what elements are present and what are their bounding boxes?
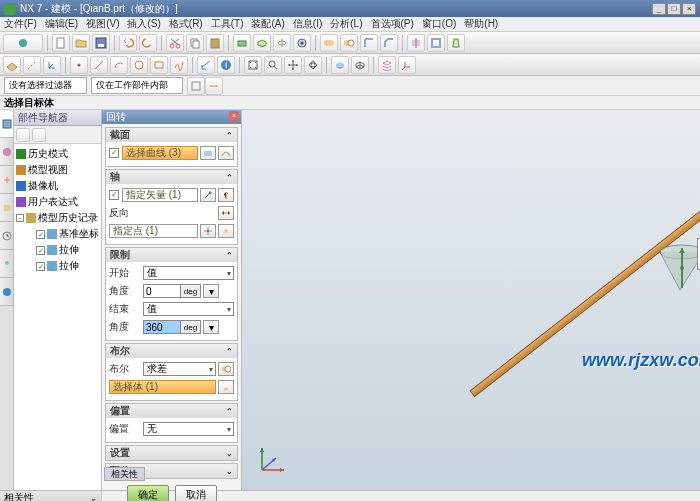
menu-prefs[interactable]: 首选项(P) — [371, 17, 414, 31]
ok-button[interactable]: 确定 — [127, 485, 169, 501]
limits-header[interactable]: 限制⌃ — [106, 248, 237, 262]
menu-file[interactable]: 文件(F) — [4, 17, 37, 31]
undo-icon[interactable] — [119, 34, 137, 52]
menu-assembly[interactable]: 装配(A) — [251, 17, 284, 31]
section-header[interactable]: 截面⌃ — [106, 128, 237, 142]
menu-analysis[interactable]: 分析(L) — [330, 17, 362, 31]
reverse-icon[interactable] — [218, 206, 234, 220]
tree-item[interactable]: 用户表达式 — [16, 194, 99, 210]
offset-select[interactable]: 无 — [143, 422, 234, 436]
end-select[interactable]: 值 — [143, 302, 234, 316]
menu-view[interactable]: 视图(V) — [86, 17, 119, 31]
tab-assembly[interactable] — [0, 138, 13, 166]
tab-web[interactable] — [0, 278, 13, 306]
start-angle-input[interactable]: 0 — [143, 284, 181, 298]
sketch-section-icon[interactable] — [200, 146, 216, 160]
datum-plane-icon[interactable] — [3, 56, 21, 74]
curve-rule-icon[interactable] — [218, 146, 234, 160]
tree-item[interactable]: ✓拉伸 — [16, 258, 99, 274]
maximize-button[interactable]: □ — [667, 3, 681, 15]
panel-dep-header[interactable]: 相关性⌄ — [0, 491, 101, 501]
scope-select[interactable]: 仅在工作部件内部 — [91, 77, 183, 94]
nav-expand-icon[interactable] — [32, 128, 46, 142]
cut-icon[interactable] — [166, 34, 184, 52]
unite-icon[interactable] — [320, 34, 338, 52]
cancel-button[interactable]: 取消 — [175, 485, 217, 501]
expr-icon[interactable]: ▾ — [203, 284, 219, 298]
sel-opt-icon[interactable] — [187, 77, 205, 95]
chamfer-icon[interactable] — [380, 34, 398, 52]
select-body[interactable]: 选择体 (1) — [109, 380, 216, 394]
copy-icon[interactable] — [186, 34, 204, 52]
rect-icon[interactable] — [150, 56, 168, 74]
revolve-icon[interactable] — [273, 34, 291, 52]
trim-icon[interactable] — [407, 34, 425, 52]
menu-info[interactable]: 信息(I) — [293, 17, 322, 31]
start-select[interactable]: 值 — [143, 266, 234, 280]
arc-icon[interactable] — [110, 56, 128, 74]
start-button[interactable] — [3, 34, 43, 52]
tab-history[interactable] — [0, 222, 13, 250]
bool-icon[interactable] — [218, 362, 234, 376]
tree-item[interactable]: ✓基准坐标 — [16, 226, 99, 242]
tree-item[interactable]: 模型视图 — [16, 162, 99, 178]
shaded-icon[interactable] — [331, 56, 349, 74]
redo-icon[interactable] — [139, 34, 157, 52]
model-tree[interactable]: 历史模式模型视图摄像机用户表达式-模型历史记录✓基准坐标✓拉伸✓拉伸 — [14, 144, 101, 490]
specify-point[interactable]: 指定点 (1) — [109, 224, 198, 238]
measure-icon[interactable] — [197, 56, 215, 74]
tab-constraint[interactable] — [0, 166, 13, 194]
menu-help[interactable]: 帮助(H) — [464, 17, 498, 31]
nav-find-icon[interactable] — [16, 128, 30, 142]
draft-icon[interactable] — [447, 34, 465, 52]
graphics-viewport[interactable]: 结束 deg ▾ www.rjzxw.com — [242, 110, 700, 490]
point-dialog-icon[interactable] — [200, 224, 216, 238]
close-button[interactable]: × — [682, 3, 696, 15]
spline-icon[interactable] — [170, 56, 188, 74]
sketch-icon[interactable] — [233, 34, 251, 52]
revolve-preview-cone[interactable] — [652, 240, 700, 300]
layer-icon[interactable] — [378, 56, 396, 74]
dialog-header[interactable]: 回转 × — [102, 110, 241, 124]
select-curve[interactable]: 选择曲线 (3) — [122, 146, 198, 160]
expr2-icon[interactable]: ▾ — [203, 320, 219, 334]
tab-reuse[interactable] — [0, 194, 13, 222]
tree-item[interactable]: -模型历史记录 — [16, 210, 99, 226]
vector-dialog-icon[interactable] — [200, 188, 216, 202]
datum-axis-icon[interactable] — [23, 56, 41, 74]
pan-icon[interactable] — [284, 56, 302, 74]
info-icon[interactable]: i — [217, 56, 235, 74]
point-icon[interactable] — [70, 56, 88, 74]
extrude-icon[interactable] — [253, 34, 271, 52]
menu-window[interactable]: 窗口(O) — [422, 17, 456, 31]
sel-opt2-icon[interactable] — [205, 77, 223, 95]
line-icon[interactable] — [90, 56, 108, 74]
paste-icon[interactable] — [206, 34, 224, 52]
tab-navigator[interactable] — [0, 110, 13, 138]
shell-icon[interactable] — [427, 34, 445, 52]
circle-icon[interactable] — [130, 56, 148, 74]
edge-blend-icon[interactable] — [360, 34, 378, 52]
end-angle-input[interactable]: 360 — [143, 320, 181, 334]
vector-infer-icon[interactable] — [218, 188, 234, 202]
filter-select[interactable]: 没有选择过滤器 — [4, 77, 87, 94]
wireframe-icon[interactable] — [351, 56, 369, 74]
menu-insert[interactable]: 插入(S) — [127, 17, 160, 31]
hole-icon[interactable] — [293, 34, 311, 52]
point-infer-icon[interactable] — [218, 224, 234, 238]
menu-tools[interactable]: 工具(T) — [211, 17, 244, 31]
tree-item[interactable]: ✓拉伸 — [16, 242, 99, 258]
subtract-icon[interactable] — [340, 34, 358, 52]
tab-roles[interactable] — [0, 250, 13, 278]
dependency-tab[interactable]: 相关性 — [104, 467, 145, 481]
new-icon[interactable] — [52, 34, 70, 52]
menu-format[interactable]: 格式(R) — [169, 17, 203, 31]
dialog-close-icon[interactable]: × — [229, 111, 239, 121]
save-icon[interactable] — [92, 34, 110, 52]
datum-csys-icon[interactable] — [43, 56, 61, 74]
offset-header[interactable]: 偏置⌃ — [106, 404, 237, 418]
tree-item[interactable]: 摄像机 — [16, 178, 99, 194]
menu-edit[interactable]: 编辑(E) — [45, 17, 78, 31]
zoom-icon[interactable] — [264, 56, 282, 74]
body-icon[interactable] — [218, 380, 234, 394]
